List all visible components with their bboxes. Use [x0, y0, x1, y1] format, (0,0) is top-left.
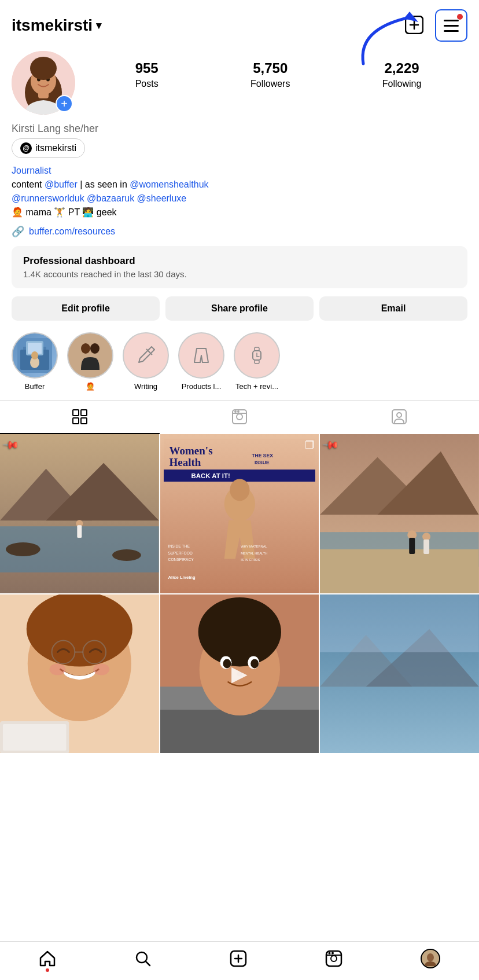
threads-badge[interactable]: @ itsmekirsti — [12, 138, 85, 158]
svg-point-77 — [93, 663, 109, 675]
reels-nav-icon — [325, 950, 342, 967]
photo-cell-6[interactable] — [320, 594, 479, 754]
highlight-emoji[interactable]: 🧑‍🦰 — [67, 332, 113, 391]
highlight-tech[interactable]: Tech + revi... — [234, 332, 280, 391]
add-to-story-button[interactable]: + — [56, 95, 73, 112]
svg-text:Alice Liveing: Alice Liveing — [168, 575, 195, 580]
profile-section: + 955 Posts 5,750 Followers 2,229 Follow… — [0, 46, 479, 321]
photo-cell-2[interactable]: Women's Health BACK AT IT! THE SEX ISSUE… — [160, 434, 319, 593]
highlight-buffer[interactable]: Buffer — [12, 332, 58, 391]
username-area[interactable]: itsmekirsti ▾ — [12, 16, 101, 35]
highlight-circle-emoji — [67, 332, 113, 379]
tab-grid[interactable] — [0, 401, 160, 434]
svg-point-20 — [90, 343, 100, 354]
link-icon: 🔗 — [12, 225, 24, 238]
bio-bazaar-link[interactable]: @bazaaruk — [87, 193, 134, 203]
highlight-writing[interactable]: Writing — [123, 332, 169, 391]
dashboard-title: Professional dashboard — [23, 255, 456, 267]
profile-stats: 955 Posts 5,750 Followers 2,229 Followin… — [89, 51, 467, 89]
tab-reels[interactable] — [160, 401, 319, 434]
username-text: itsmekirsti — [12, 16, 93, 35]
svg-point-103 — [331, 956, 337, 961]
svg-text:MENTAL HEALTH: MENTAL HEALTH — [241, 552, 267, 555]
bio-url-link[interactable]: buffer.com/resources — [29, 226, 115, 237]
svg-point-17 — [31, 351, 38, 359]
svg-point-108 — [427, 953, 434, 961]
tech-icon — [245, 344, 268, 367]
menu-bar-3 — [444, 30, 459, 32]
highlight-label-tech: Tech + revi... — [235, 382, 278, 391]
photo-cell-1[interactable]: 📌 — [0, 434, 159, 593]
photo-cell-4[interactable] — [0, 594, 159, 754]
svg-text:ISSUE: ISSUE — [255, 460, 270, 465]
nav-create[interactable] — [230, 950, 247, 967]
highlight-label-writing: Writing — [134, 382, 157, 391]
profile-name: Kirsti Lang she/her — [12, 123, 467, 135]
svg-point-90 — [223, 659, 231, 668]
nav-search[interactable] — [134, 950, 152, 967]
highlight-products[interactable]: Products l... — [178, 332, 224, 391]
header: itsmekirsti ▾ — [0, 0, 479, 46]
bio-journalist-link[interactable]: Journalist — [12, 166, 51, 175]
content-tabs — [0, 400, 479, 434]
photo-cell-5[interactable]: ▶ — [160, 594, 319, 754]
magazine-image: Women's Health BACK AT IT! THE SEX ISSUE… — [164, 439, 316, 589]
photo-1 — [0, 434, 159, 593]
highlight-circle-buffer — [12, 332, 58, 379]
bio-womenshealth-link[interactable]: @womenshealthuk — [130, 179, 208, 189]
svg-rect-82 — [3, 724, 66, 751]
svg-rect-68 — [320, 549, 479, 593]
menu-button[interactable] — [435, 9, 467, 42]
photo-3 — [320, 434, 479, 593]
svg-rect-85 — [160, 710, 319, 754]
professional-dashboard-card[interactable]: Professional dashboard 1.4K accounts rea… — [12, 246, 467, 288]
share-profile-button[interactable]: Share profile — [165, 296, 314, 321]
svg-text:IS IN CRISIS: IS IN CRISIS — [241, 558, 260, 561]
highlight-circle-tech — [234, 332, 280, 379]
highlight-label-products: Products l... — [182, 382, 222, 391]
bio-sheerluxe-link[interactable]: @sheerluxe — [137, 193, 187, 203]
svg-rect-72 — [423, 539, 429, 554]
highlight-circle-writing — [123, 332, 169, 379]
following-stat[interactable]: 2,229 Following — [382, 60, 422, 89]
svg-point-71 — [422, 533, 430, 541]
nav-home[interactable] — [39, 950, 56, 967]
svg-line-21 — [146, 349, 152, 355]
bio-link-row: 🔗 buffer.com/resources — [12, 225, 467, 238]
svg-point-106 — [331, 952, 334, 955]
create-icon — [230, 950, 247, 967]
tab-tagged[interactable] — [319, 401, 479, 434]
bio-runnersworld-link[interactable]: @runnersworlduk — [12, 193, 84, 203]
carousel-icon-2: ❐ — [305, 439, 314, 452]
profile-top: + 955 Posts 5,750 Followers 2,229 Follow… — [12, 51, 467, 115]
highlight-label-emoji: 🧑‍🦰 — [86, 382, 95, 391]
action-buttons: Edit profile Share profile Email — [12, 296, 467, 321]
bio-buffer-link[interactable]: @buffer — [45, 179, 78, 189]
nav-profile-avatar — [421, 949, 440, 968]
posts-stat[interactable]: 955 Posts — [135, 60, 159, 89]
highlights-row: Buffer 🧑‍🦰 Writing — [0, 332, 479, 400]
photo-cell-3[interactable]: 📌 — [320, 434, 479, 593]
svg-rect-96 — [320, 594, 479, 652]
add-post-button[interactable] — [403, 13, 426, 38]
highlight-circle-products — [178, 332, 224, 379]
avatar-wrapper: + — [12, 51, 75, 115]
grid-icon — [72, 409, 88, 425]
svg-line-98 — [146, 961, 150, 966]
photo-4 — [0, 594, 159, 754]
svg-point-75 — [27, 594, 132, 666]
notification-dot — [457, 14, 463, 20]
followers-stat[interactable]: 5,750 Followers — [250, 60, 290, 89]
menu-bar-1 — [444, 20, 459, 21]
nav-home-dot — [46, 968, 49, 972]
nav-reels[interactable] — [325, 950, 342, 967]
email-button[interactable]: Email — [319, 296, 467, 321]
highlight-label-buffer: Buffer — [25, 382, 45, 391]
edit-profile-button[interactable]: Edit profile — [12, 296, 160, 321]
svg-rect-31 — [81, 418, 87, 424]
svg-point-36 — [237, 410, 240, 413]
svg-text:SUPERFOOD: SUPERFOOD — [168, 551, 192, 555]
nav-avatar-image — [422, 950, 439, 967]
buffer-highlight-image — [17, 338, 52, 373]
nav-profile[interactable] — [421, 949, 440, 968]
